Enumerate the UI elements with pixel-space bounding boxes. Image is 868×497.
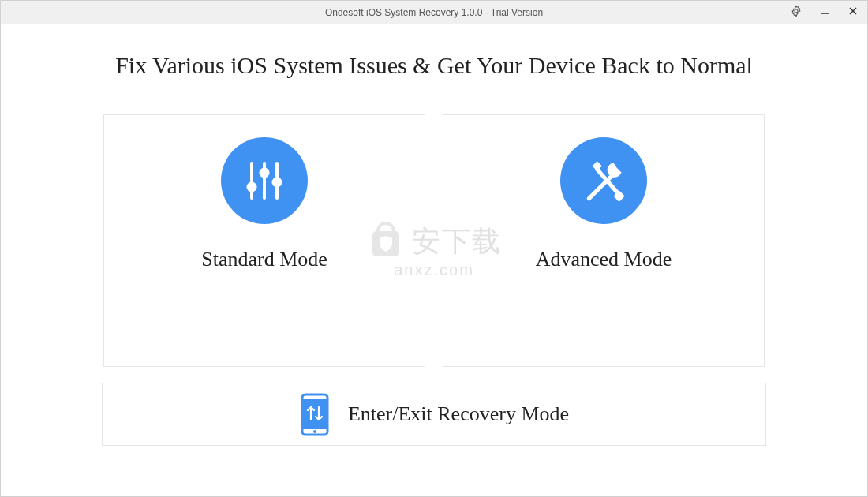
phone-arrows-icon <box>299 393 331 436</box>
standard-mode-title: Standard Mode <box>201 248 327 271</box>
recovery-mode-button[interactable]: Enter/Exit Recovery Mode <box>102 383 766 446</box>
settings-button[interactable] <box>782 1 810 24</box>
titlebar-controls <box>782 1 867 24</box>
standard-mode-card[interactable]: Standard Mode <box>103 114 425 367</box>
sliders-icon <box>221 137 308 224</box>
svg-rect-14 <box>302 399 327 429</box>
svg-point-8 <box>260 168 270 178</box>
svg-point-9 <box>272 178 282 188</box>
minimize-button[interactable] <box>810 1 839 24</box>
titlebar: Ondesoft iOS System Recovery 1.0.0 - Tri… <box>1 1 867 24</box>
svg-point-0 <box>795 9 798 13</box>
tools-icon <box>560 137 647 224</box>
close-button[interactable] <box>839 1 867 24</box>
mode-cards: Standard Mode Advanced Mode <box>1 114 867 367</box>
close-icon <box>847 6 859 20</box>
recovery-mode-label: Enter/Exit Recovery Mode <box>348 402 569 426</box>
gear-icon <box>790 5 803 21</box>
svg-point-15 <box>313 430 316 433</box>
minimize-icon <box>819 6 830 20</box>
svg-point-7 <box>247 182 257 192</box>
page-heading: Fix Various iOS System Issues & Get Your… <box>1 52 867 79</box>
window-title: Ondesoft iOS System Recovery 1.0.0 - Tri… <box>325 7 543 18</box>
advanced-mode-title: Advanced Mode <box>536 248 672 271</box>
advanced-mode-card[interactable]: Advanced Mode <box>443 114 765 367</box>
main-content: Fix Various iOS System Issues & Get Your… <box>1 24 867 446</box>
